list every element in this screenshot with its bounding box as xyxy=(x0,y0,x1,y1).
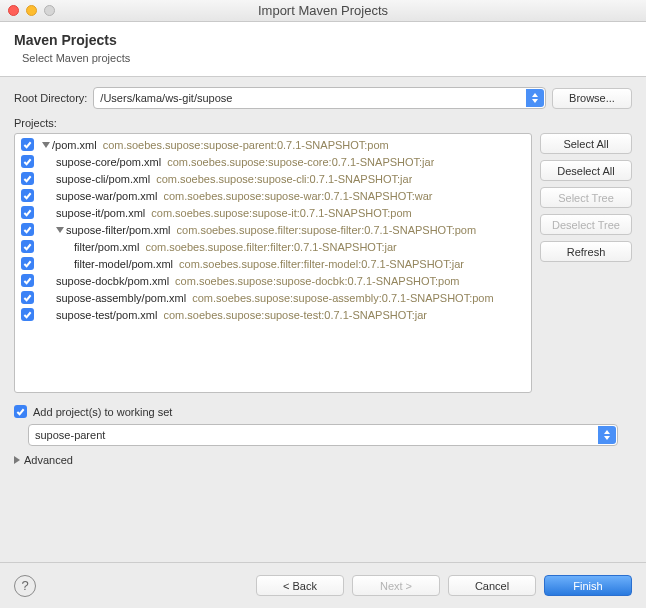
project-coords: com.soebes.supose:supose-docbk:0.7.1-SNA… xyxy=(175,275,459,287)
refresh-button[interactable]: Refresh xyxy=(540,241,632,262)
page-subtitle: Select Maven projects xyxy=(22,52,632,64)
project-row[interactable]: /pom.xmlcom.soebes.supose:supose-parent:… xyxy=(15,136,531,153)
project-row[interactable]: supose-core/pom.xmlcom.soebes.supose:sup… xyxy=(15,153,531,170)
browse-button[interactable]: Browse... xyxy=(552,88,632,109)
wizard-header: Maven Projects Select Maven projects xyxy=(0,22,646,77)
disclosure-down-icon[interactable] xyxy=(42,142,50,148)
working-set-label: Add project(s) to working set xyxy=(33,406,172,418)
combo-arrows-icon xyxy=(532,91,540,105)
project-coords: com.soebes.supose:supose-it:0.7.1-SNAPSH… xyxy=(151,207,411,219)
project-row[interactable]: supose-docbk/pom.xmlcom.soebes.supose:su… xyxy=(15,272,531,289)
combo-arrows-icon xyxy=(604,428,612,442)
help-icon[interactable]: ? xyxy=(14,575,36,597)
working-set-combo[interactable]: supose-parent xyxy=(28,424,618,446)
project-checkbox[interactable] xyxy=(21,189,34,202)
root-dir-field[interactable]: /Users/kama/ws-git/supose xyxy=(93,87,546,109)
root-dir-value: /Users/kama/ws-git/supose xyxy=(100,92,232,104)
project-coords: com.soebes.supose:supose-test:0.7.1-SNAP… xyxy=(163,309,427,321)
project-coords: com.soebes.supose:supose-parent:0.7.1-SN… xyxy=(103,139,389,151)
window-title: Import Maven Projects xyxy=(0,3,646,18)
project-coords: com.soebes.supose:supose-war:0.7.1-SNAPS… xyxy=(163,190,432,202)
cancel-button[interactable]: Cancel xyxy=(448,575,536,596)
project-checkbox[interactable] xyxy=(21,155,34,168)
project-checkbox[interactable] xyxy=(21,291,34,304)
project-row[interactable]: supose-cli/pom.xmlcom.soebes.supose:supo… xyxy=(15,170,531,187)
page-title: Maven Projects xyxy=(14,32,632,48)
project-coords: com.soebes.supose:supose-core:0.7.1-SNAP… xyxy=(167,156,434,168)
back-button[interactable]: < Back xyxy=(256,575,344,596)
working-set-checkbox[interactable] xyxy=(14,405,27,418)
disclosure-right-icon xyxy=(14,456,20,464)
advanced-section[interactable]: Advanced xyxy=(14,454,632,466)
project-path: supose-test/pom.xml xyxy=(56,309,157,321)
project-row[interactable]: supose-war/pom.xmlcom.soebes.supose:supo… xyxy=(15,187,531,204)
project-row[interactable]: supose-assembly/pom.xmlcom.soebes.supose… xyxy=(15,289,531,306)
deselect-tree-button: Deselect Tree xyxy=(540,214,632,235)
project-path: filter-model/pom.xml xyxy=(74,258,173,270)
project-row[interactable]: filter/pom.xmlcom.soebes.supose.filter:f… xyxy=(15,238,531,255)
project-path: supose-docbk/pom.xml xyxy=(56,275,169,287)
project-path: supose-core/pom.xml xyxy=(56,156,161,168)
projects-list[interactable]: /pom.xmlcom.soebes.supose:supose-parent:… xyxy=(14,133,532,393)
project-checkbox[interactable] xyxy=(21,257,34,270)
project-checkbox[interactable] xyxy=(21,308,34,321)
disclosure-down-icon[interactable] xyxy=(56,227,64,233)
project-row[interactable]: supose-test/pom.xmlcom.soebes.supose:sup… xyxy=(15,306,531,323)
projects-label: Projects: xyxy=(14,117,632,129)
project-checkbox[interactable] xyxy=(21,240,34,253)
select-tree-button: Select Tree xyxy=(540,187,632,208)
project-checkbox[interactable] xyxy=(21,223,34,236)
project-coords: com.soebes.supose:supose-cli:0.7.1-SNAPS… xyxy=(156,173,412,185)
titlebar: Import Maven Projects xyxy=(0,0,646,22)
project-checkbox[interactable] xyxy=(21,138,34,151)
deselect-all-button[interactable]: Deselect All xyxy=(540,160,632,181)
project-path: supose-assembly/pom.xml xyxy=(56,292,186,304)
wizard-footer: ? < Back Next > Cancel Finish xyxy=(0,562,646,608)
project-path: supose-war/pom.xml xyxy=(56,190,157,202)
root-dir-label: Root Directory: xyxy=(14,92,87,104)
project-coords: com.soebes.supose.filter:filter-model:0.… xyxy=(179,258,464,270)
project-checkbox[interactable] xyxy=(21,172,34,185)
finish-button[interactable]: Finish xyxy=(544,575,632,596)
project-path: supose-cli/pom.xml xyxy=(56,173,150,185)
project-path: supose-it/pom.xml xyxy=(56,207,145,219)
project-row[interactable]: supose-it/pom.xmlcom.soebes.supose:supos… xyxy=(15,204,531,221)
project-row[interactable]: filter-model/pom.xmlcom.soebes.supose.fi… xyxy=(15,255,531,272)
project-row[interactable]: supose-filter/pom.xmlcom.soebes.supose.f… xyxy=(15,221,531,238)
project-checkbox[interactable] xyxy=(21,274,34,287)
select-all-button[interactable]: Select All xyxy=(540,133,632,154)
working-set-value: supose-parent xyxy=(35,429,105,441)
project-coords: com.soebes.supose.filter:filter:0.7.1-SN… xyxy=(145,241,396,253)
project-coords: com.soebes.supose:supose-assembly:0.7.1-… xyxy=(192,292,493,304)
next-button: Next > xyxy=(352,575,440,596)
project-path: /pom.xml xyxy=(52,139,97,151)
project-coords: com.soebes.supose.filter:supose-filter:0… xyxy=(177,224,477,236)
project-path: filter/pom.xml xyxy=(74,241,139,253)
project-path: supose-filter/pom.xml xyxy=(66,224,171,236)
advanced-label: Advanced xyxy=(24,454,73,466)
project-checkbox[interactable] xyxy=(21,206,34,219)
